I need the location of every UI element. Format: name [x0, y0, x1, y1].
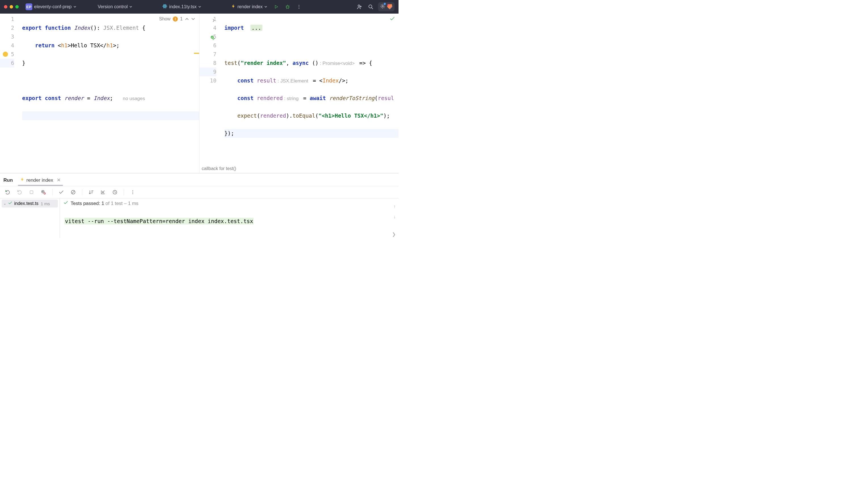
chevron-down-icon[interactable]: [191, 17, 195, 21]
right-code[interactable]: import ... test("render index", async ()…: [224, 14, 399, 173]
chevron-down-icon: [264, 5, 267, 8]
editor-tab-label: index.11ty.tsx: [169, 4, 197, 10]
toggle-auto-test-button[interactable]: [40, 189, 47, 195]
run-button[interactable]: [272, 3, 280, 11]
sort-button[interactable]: [88, 189, 94, 195]
debug-button[interactable]: [284, 3, 292, 11]
minimize-window-dot[interactable]: [10, 5, 13, 8]
editor-right-pane[interactable]: 1❯ 4 5 6 7 8 9 10 import ... test("rende…: [199, 14, 399, 173]
chevron-down-icon: [73, 5, 76, 8]
stop-button[interactable]: [28, 189, 35, 195]
command-output: vitest --run --testNamePattern=render in…: [63, 216, 396, 226]
left-code[interactable]: export function Index(): JSX.Element { r…: [22, 14, 199, 138]
inspection-ok-icon[interactable]: [389, 16, 395, 23]
chevron-up-icon[interactable]: [185, 17, 189, 21]
chevron-down-icon: [198, 5, 201, 8]
jetbrains-logo-icon: [387, 4, 393, 10]
svg-point-6: [299, 6, 299, 7]
vitest-run-icon: [20, 177, 25, 183]
warning-icon: !: [173, 16, 178, 21]
project-name: eleventy-conf-prep: [34, 4, 72, 10]
search-button[interactable]: [367, 3, 375, 11]
project-selector[interactable]: EP eleventy-conf-prep: [24, 2, 78, 11]
svg-point-19: [133, 192, 133, 193]
more-button[interactable]: [129, 189, 136, 195]
inspection-show-label: Show: [159, 16, 171, 21]
svg-point-3: [164, 6, 165, 7]
editor-left-pane[interactable]: 1 2 3 4 5 6 export function Index(): JSX…: [0, 14, 199, 173]
intention-bulb-icon[interactable]: [3, 52, 8, 57]
inspection-count: 1: [180, 16, 183, 21]
svg-point-18: [133, 191, 133, 191]
run-tab[interactable]: render index ✕: [18, 176, 63, 186]
rerun-button[interactable]: [4, 189, 11, 195]
svg-point-20: [133, 193, 133, 194]
close-icon[interactable]: ✕: [57, 177, 61, 183]
svg-point-10: [382, 6, 384, 7]
run-toolbar: [0, 186, 399, 198]
test-result-bar: Tests passed: 1 of 1 test – 1 ms: [63, 198, 396, 210]
output-nav-arrows[interactable]: ↑ ↓: [393, 204, 396, 219]
svg-point-11: [211, 36, 214, 39]
run-tool-window: Run render index ✕ ⌄: [0, 173, 399, 238]
history-button[interactable]: [112, 189, 118, 195]
editor-split: 1 2 3 4 5 6 export function Index(): JSX…: [0, 14, 399, 173]
settings-button-group[interactable]: [378, 2, 394, 11]
zoom-window-dot[interactable]: [15, 5, 19, 8]
code-with-me-button[interactable]: [355, 3, 363, 11]
chevron-right-icon[interactable]: ❯: [392, 232, 396, 237]
no-usages-hint[interactable]: no usages: [123, 96, 145, 101]
chevron-down-icon: [129, 5, 132, 8]
react-file-icon: [162, 4, 168, 10]
topbar: EP eleventy-conf-prep Version control in…: [0, 0, 399, 14]
svg-point-5: [299, 5, 299, 6]
run-config-label: render index: [238, 4, 263, 10]
svg-point-15: [44, 193, 46, 195]
test-file-label: index.test.ts: [14, 201, 38, 206]
arrow-up-icon[interactable]: ↑: [393, 204, 396, 209]
rerun-failed-button[interactable]: [16, 189, 23, 195]
test-output[interactable]: Tests passed: 1 of 1 test – 1 ms vitest …: [59, 198, 399, 238]
run-tabs: Run render index ✕: [0, 174, 399, 186]
project-badge: EP: [25, 3, 32, 10]
notification-dot-icon: [384, 3, 386, 5]
show-ignored-button[interactable]: [70, 189, 76, 195]
svg-point-14: [42, 191, 43, 192]
chevron-down-icon[interactable]: ⌄: [3, 201, 6, 205]
left-gutter: 1 2 3 4 5 6: [0, 14, 22, 138]
scrollbar-marker[interactable]: [194, 53, 199, 54]
test-duration: 1 ms: [40, 201, 50, 206]
svg-rect-12: [30, 191, 33, 194]
run-tab-label: render index: [27, 177, 53, 183]
arrow-down-icon[interactable]: ↓: [393, 214, 396, 219]
show-passed-button[interactable]: [58, 189, 64, 195]
editor-tab[interactable]: index.11ty.tsx: [160, 3, 203, 11]
test-tree-row[interactable]: ⌄ index.test.ts 1 ms: [2, 200, 58, 208]
svg-point-7: [299, 8, 299, 8]
window-traffic-lights: [4, 5, 19, 8]
check-icon: [63, 200, 68, 206]
vcs-selector[interactable]: Version control: [96, 3, 134, 11]
import-tests-button[interactable]: [100, 189, 106, 195]
folded-import-icon[interactable]: ...: [250, 25, 262, 31]
breadcrumb[interactable]: callback for test(): [202, 165, 236, 173]
gutter-run-icon[interactable]: [210, 34, 215, 39]
right-gutter: 1❯ 4 5 6 7 8 9 10: [199, 14, 224, 173]
test-tree[interactable]: ⌄ index.test.ts 1 ms: [0, 198, 59, 238]
inspection-widget[interactable]: Show ! 1: [158, 16, 196, 22]
svg-point-8: [358, 5, 360, 6]
run-tool-title: Run: [3, 177, 13, 186]
vcs-label: Version control: [98, 4, 128, 10]
close-window-dot[interactable]: [4, 5, 7, 8]
check-icon: [8, 201, 13, 206]
vitest-run-icon: [231, 4, 236, 10]
more-actions-button[interactable]: [295, 3, 303, 11]
run-config-selector[interactable]: render index: [229, 3, 269, 11]
